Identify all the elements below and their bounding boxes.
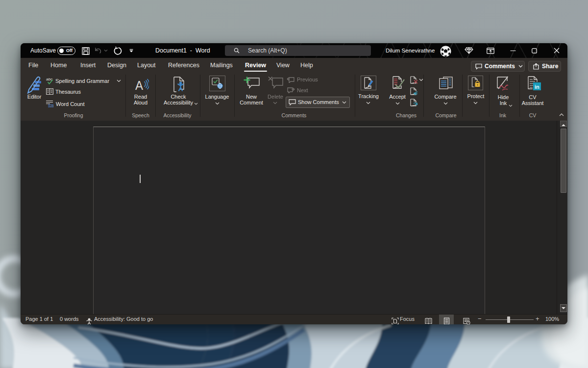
svg-text:123: 123 xyxy=(49,105,53,107)
svg-text:A: A xyxy=(135,78,144,92)
svg-text:in: in xyxy=(535,84,539,90)
